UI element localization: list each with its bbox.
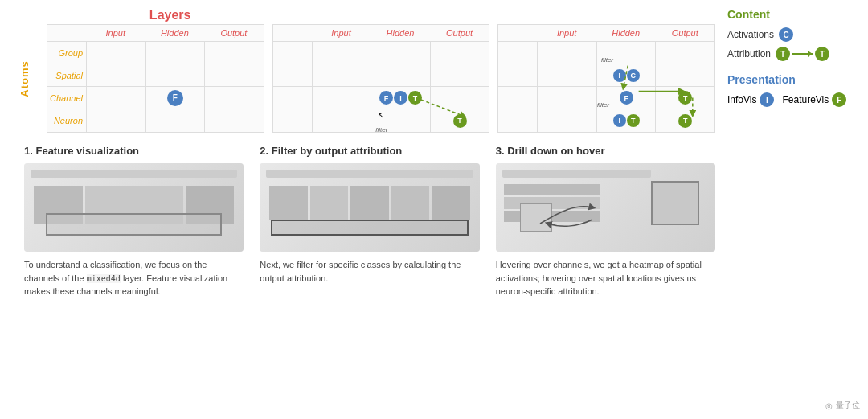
g2-t2-node: T (453, 114, 467, 128)
attribution-t1-badge: T (776, 47, 790, 61)
grid3-hidden-header: Hidden (596, 28, 656, 38)
g3-i-node: I (613, 69, 626, 82)
example-2-bar (271, 220, 469, 236)
attribution-t2-badge: T (815, 47, 829, 61)
g2-neuron-output: T (430, 109, 489, 132)
example-2: 2. Filter by output attribution (260, 145, 479, 298)
g1-channel-output (204, 87, 264, 109)
g2-channel-hidden: F I T (371, 87, 430, 109)
g2-neuron-hidden: filter ↖ (371, 109, 430, 132)
grid-1: Input Hidden Output Group Spatial (47, 24, 264, 133)
g2-i-node: I (394, 91, 407, 105)
grid1-hidden-header: Hidden (145, 28, 205, 38)
grid3-input-header: Input (537, 28, 596, 38)
g3-channel-output: T (655, 87, 714, 109)
g3-neuron-hidden: filter I T (596, 109, 656, 132)
g1-neuron-hidden (145, 109, 205, 132)
grid-3: Input Hidden Output (497, 24, 715, 133)
g3-f2-node: F (620, 91, 633, 105)
example-2-image (260, 163, 479, 252)
infovis-badge: I (760, 92, 774, 107)
g1-f-node: F (167, 90, 183, 106)
row-label-group: Group (47, 48, 86, 58)
g3-filter-top-label: filter (601, 56, 613, 64)
atoms-label: Atoms (18, 60, 31, 97)
infovis-label: InfoVis (727, 94, 756, 105)
example-3: 3. Drill down on hover (496, 145, 715, 298)
example-3-text: Hovering over channels, we get a heatmap… (496, 258, 715, 298)
activations-legend-item: Activations C (727, 27, 860, 42)
example-2-title: 2. Filter by output attribution (260, 145, 479, 157)
watermark-text: 量子位 (836, 400, 860, 411)
example-1-text: To understand a classification, we focus… (24, 258, 244, 298)
attribution-label: Attribution (727, 48, 771, 60)
g1-spatial-input (86, 64, 145, 86)
g1-group-hidden (145, 42, 205, 64)
presentation-title: Presentation (727, 73, 860, 86)
g2-f-node: F (379, 91, 393, 105)
example-1-title: 1. Feature visualization (24, 145, 244, 157)
row-label-spatial: Spatial (47, 71, 86, 80)
g2-t-node: T (408, 91, 422, 105)
grid2-output-header: Output (430, 28, 489, 38)
g3-filter-bottom-label: filter (597, 101, 609, 109)
grid2-hidden-header: Hidden (371, 28, 430, 38)
g2-filter-label: filter (375, 126, 387, 134)
g3-spatial-hidden: filter I C (596, 64, 656, 86)
example-3-title: 3. Drill down on hover (496, 145, 715, 157)
attribution-arrow: T T (776, 47, 829, 61)
legend-section: Content Activations C Attribution T T Pr… (715, 8, 860, 411)
activations-label: Activations (727, 29, 774, 40)
grid1-input-header: Input (86, 28, 145, 38)
g2-cursor-icon: ↖ (378, 111, 384, 120)
activations-badge: C (779, 27, 793, 42)
grid-2: Input Hidden Output (272, 24, 490, 133)
g3-t3-node: T (678, 114, 692, 128)
example-3-image (496, 163, 715, 252)
featurevis-item: FeatureVis F (782, 92, 846, 107)
g1-neuron-input (86, 109, 145, 132)
g1-spatial-hidden (145, 64, 205, 86)
example-2-text: Next, we filter for specific classes by … (260, 258, 479, 285)
layers-title: Layers (149, 8, 191, 22)
featurevis-badge: F (832, 92, 846, 107)
g1-channel-input (86, 87, 145, 109)
presentation-row: InfoVis I FeatureVis F (727, 92, 860, 107)
g1-spatial-output (204, 64, 264, 86)
row-label-channel: Channel (47, 93, 86, 103)
grid1-output-header: Output (204, 28, 264, 38)
example-1: 1. Feature visualization (24, 145, 244, 298)
content-title: Content (727, 8, 860, 21)
example-1-bar (46, 213, 222, 236)
example-1-image (24, 163, 244, 252)
attribution-legend-item: Attribution T T (727, 47, 860, 61)
infovis-item: InfoVis I (727, 92, 774, 107)
watermark-icon: ◎ (825, 401, 833, 410)
g3-i2-node: I (613, 114, 626, 127)
row-label-neuron: Neuron (47, 116, 86, 125)
g1-group-output (204, 42, 264, 64)
g1-neuron-output (204, 109, 264, 132)
g1-channel-hidden: F (145, 87, 205, 109)
g3-c-node: C (627, 69, 640, 82)
g1-group-input (86, 42, 145, 64)
g3-t2-node: T (627, 114, 640, 127)
grid2-input-header: Input (312, 28, 371, 38)
g3-neuron-output: T (655, 109, 714, 132)
attribution-line (792, 53, 813, 55)
grid3-output-header: Output (655, 28, 714, 38)
example-3-arrow (496, 163, 715, 252)
featurevis-label: FeatureVis (782, 94, 829, 105)
g3-t-node: T (678, 91, 692, 105)
watermark: ◎ 量子位 (825, 400, 860, 411)
